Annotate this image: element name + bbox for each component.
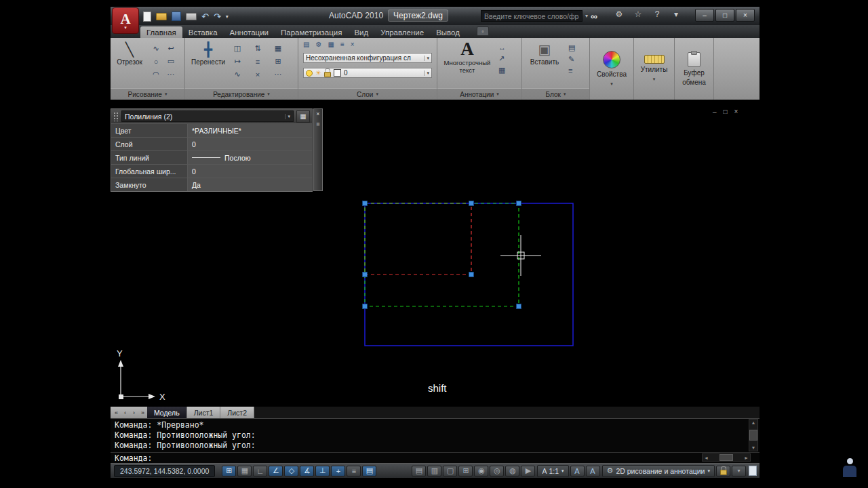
otrack-toggle[interactable]: ∡ [300,466,314,476]
undo-button[interactable]: ↶ [201,11,209,22]
property-value[interactable]: 0 [187,165,312,178]
more-draw-icon[interactable]: ⋯ [163,68,178,81]
snap-toggle[interactable]: ⊞ [222,466,236,476]
polyline-red-dashed[interactable] [365,203,471,274]
layout-button[interactable]: ▥ [427,466,441,476]
qp-options-button[interactable]: ≡ [316,121,319,127]
fillet-icon[interactable]: ⊞ [271,55,285,68]
layer-properties-icon[interactable]: ▤ [303,41,309,48]
maximize-button[interactable]: □ [715,9,734,22]
quick-view-layouts-button[interactable]: ▢ [443,466,457,476]
tab-view[interactable]: Вид [348,26,374,38]
doc-close-button[interactable]: × [734,108,738,115]
tab-manage[interactable]: Управление [374,26,430,38]
lwt-toggle[interactable]: ≡ [347,466,361,476]
doc-minimize-button[interactable]: ‒ [713,108,717,115]
minimize-button[interactable]: ‒ [695,9,714,22]
panel-block-label[interactable]: Блок ▾ [522,88,589,100]
layer-off-icon[interactable]: × [351,41,355,48]
property-value[interactable]: 0 [187,138,312,150]
stretch-icon[interactable]: ↦ [230,55,245,68]
grid-toggle[interactable]: ▦ [237,466,252,476]
grip-handle[interactable] [363,304,368,309]
edit-block-icon[interactable]: ✎ [568,55,575,64]
layer-isolate-icon[interactable]: ▦ [328,41,334,48]
mirror-icon[interactable]: ◫ [230,42,245,55]
command-input-line[interactable]: Команда: [111,452,760,463]
drag-handle-icon[interactable] [113,112,119,121]
scrollbar-thumb[interactable] [719,454,733,461]
property-value[interactable]: *РАЗЛИЧНЫЕ* [187,124,312,137]
search-icon[interactable]: ∞ [591,11,597,22]
steering-wheel-button[interactable]: ◍ [505,466,519,476]
create-block-icon[interactable]: ▤ [568,43,575,52]
panel-modify-label[interactable]: Редактирование ▾ [185,88,298,100]
leader-icon[interactable]: ↗ [498,54,506,63]
toolbar-lock-button[interactable] [716,466,730,476]
communication-center-icon[interactable]: ⚙ [614,9,625,19]
layer-match-icon[interactable]: ≡ [340,41,344,48]
grip-handle[interactable] [469,272,474,277]
scale-icon[interactable]: ∿ [230,68,245,81]
polyline-selected-dashed[interactable] [365,203,519,306]
search-dropdown-icon[interactable]: ▾ [585,13,588,19]
block-attributes-icon[interactable]: ≡ [568,66,575,75]
grip-handle[interactable] [517,201,521,206]
grip-handle[interactable] [469,201,474,206]
move-button[interactable]: ╋ Перенести [191,41,226,66]
qat-options-button[interactable]: ▾ [226,11,229,22]
tab-annotate[interactable]: Аннотации [224,26,275,38]
grip-handle[interactable] [363,201,368,206]
polar-toggle[interactable]: ∠ [269,466,283,476]
qp-settings-button[interactable]: ▦ [296,110,310,123]
arc-icon[interactable]: ◠ [149,68,163,81]
clean-screen-button[interactable] [749,466,757,476]
arc-tool-icon[interactable]: ↩ [163,42,178,55]
annotation-scale-button[interactable]: А 1:1 ▾ [537,465,568,477]
clipboard-panel-button[interactable]: Буфер обмена [675,38,713,100]
panel-draw-label[interactable]: Рисование ▾ [111,88,184,100]
array-icon[interactable]: ▦ [271,42,285,55]
ortho-toggle[interactable]: ∟ [253,466,267,476]
property-value[interactable]: Послою [187,151,312,164]
mtext-button[interactable]: А Многострочный текст [441,39,493,74]
trim-icon[interactable]: ≡ [250,55,265,68]
coordinates-display[interactable]: 243.5972, 144.5382, 0.0000 [114,465,215,477]
scrollbar-thumb[interactable] [749,430,757,441]
tab-model[interactable]: Модель [147,407,187,418]
annotation-autoscale-button[interactable]: А [586,466,600,476]
tab-layout1[interactable]: Лист1 [187,407,221,418]
panel-annotation-label[interactable]: Аннотации ▾ [437,88,521,100]
favorites-icon[interactable]: ☆ [633,9,644,19]
osnap-toggle[interactable]: ◇ [284,466,298,476]
table-icon[interactable]: ▦ [498,66,506,75]
more-modify-icon[interactable]: ⋯ [271,68,285,81]
circle-icon[interactable]: ○ [149,55,163,68]
dimension-icon[interactable]: ↔ [498,43,506,52]
close-button[interactable]: × [736,9,755,22]
tab-nav-prev-button[interactable]: ‹ [121,407,130,418]
qp-close-button[interactable]: × [316,111,319,117]
scroll-down-icon[interactable]: ▼ [751,445,756,450]
quick-view-drawings-button[interactable]: ⊞ [458,466,473,476]
scroll-right-icon[interactable]: ► [744,455,749,460]
tab-parametric[interactable]: Параметризация [275,26,348,38]
workspace-switcher[interactable]: ⚙ 2D рисование и аннотации ▾ [602,465,715,477]
tab-nav-last-button[interactable]: » [138,407,147,418]
tab-layout2[interactable]: Лист2 [220,407,254,418]
plot-button[interactable] [186,11,197,22]
help-dropdown-icon[interactable]: ▾ [671,9,682,19]
open-file-button[interactable] [156,11,167,22]
tab-nav-first-button[interactable]: « [112,407,121,418]
redo-button[interactable]: ↷ [214,11,221,22]
dyn-toggle[interactable]: + [331,466,345,476]
scroll-up-icon[interactable]: ▲ [751,420,756,425]
insert-block-button[interactable]: ▣ Вставить [526,41,563,66]
line-button[interactable]: ╲ Отрезок [113,41,146,66]
ducs-toggle[interactable]: ⊥ [315,466,330,476]
grip-handle[interactable] [517,304,521,309]
save-button[interactable] [172,11,181,22]
show-motion-button[interactable]: ▶ [521,466,535,476]
ribbon-overflow-icon[interactable]: ▫ [477,26,489,36]
qp-toggle[interactable]: ▤ [362,466,376,476]
